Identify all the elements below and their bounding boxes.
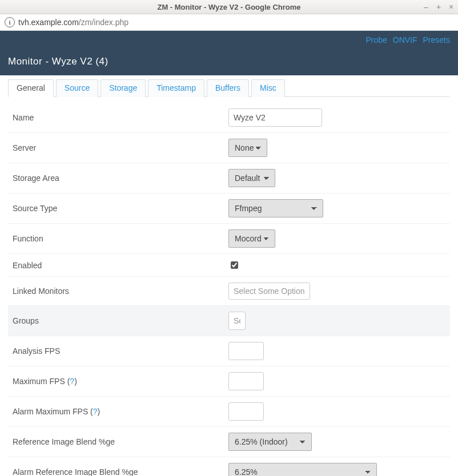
tab-timestamp[interactable]: Timestamp [148,79,204,97]
select-ref-blend[interactable]: 6.25% (Indoor) [228,433,312,451]
window-controls: – + × [423,0,455,14]
window-title: ZM - Monitor - Wyze V2 - Google Chrome [157,3,300,11]
input-groups[interactable] [228,312,246,330]
link-onvif[interactable]: ONVIF [393,35,417,45]
link-probe[interactable]: Probe [365,35,387,45]
row-name: Name [8,103,450,133]
tab-buffers[interactable]: Buffers [207,79,249,97]
label-name: Name [13,112,228,123]
url-host: tvh.example.com [18,18,79,27]
row-alarm-ref-blend: Alarm Reference Image Blend %ge 6.25% [8,457,450,476]
checkbox-enabled[interactable] [231,261,238,269]
label-groups: Groups [13,316,228,326]
label-max-fps-text: Maximum FPS ( [13,377,70,386]
page-viewport: Probe ONVIF Presets Monitor - Wyze V2 (4… [0,31,458,476]
row-storage-area: Storage Area Default [8,163,450,193]
window-minimize-button[interactable]: – [423,0,429,14]
tab-source[interactable]: Source [56,79,98,97]
label-max-fps-close: ) [74,377,77,386]
row-server: Server None [8,133,450,163]
row-max-fps: Maximum FPS (?) [8,366,450,397]
label-enabled: Enabled [13,260,228,271]
row-enabled: Enabled [8,254,450,277]
content-area: General Source Storage Timestamp Buffers… [0,75,458,476]
label-analysis-fps: Analysis FPS [13,346,228,356]
tab-general[interactable]: General [8,79,54,97]
row-groups: Groups [8,306,450,336]
monitor-form: Name Server None Storage Area [8,103,450,476]
monitor-title-text: Monitor - Wyze V2 (4) [8,56,109,67]
input-analysis-fps[interactable] [228,342,264,360]
select-source-type[interactable]: Ffmpeg [228,199,323,217]
window-close-button[interactable]: × [448,0,455,14]
select-server[interactable]: None [228,139,267,157]
tab-bar: General Source Storage Timestamp Buffers… [8,79,450,97]
label-alarm-ref-blend: Alarm Reference Image Blend %ge [13,467,228,476]
tab-storage[interactable]: Storage [101,79,146,97]
input-alarm-max-fps[interactable] [228,402,264,421]
row-source-type: Source Type Ffmpeg [8,193,450,224]
input-name[interactable] [228,108,322,127]
row-linked-monitors: Linked Monitors Select Some Option [8,277,450,306]
label-alarm-max-fps-text: Alarm Maximum FPS ( [13,407,93,416]
label-alarm-max-fps: Alarm Maximum FPS (?) [13,406,228,417]
row-ref-blend: Reference Image Blend %ge 6.25% (Indoor) [8,427,450,457]
label-server: Server [13,143,228,153]
select-alarm-ref-blend[interactable]: 6.25% [228,463,377,476]
label-linked-monitors: Linked Monitors [13,286,228,296]
row-function: Function Mocord [8,224,450,254]
help-max-fps[interactable]: ? [70,377,74,386]
select-linked-monitors[interactable]: Select Some Option [228,283,310,300]
row-analysis-fps: Analysis FPS [8,336,450,366]
header-band: Probe ONVIF Presets [0,31,458,56]
help-alarm-max-fps[interactable]: ? [93,407,98,416]
header-links: Probe ONVIF Presets [365,35,450,45]
link-presets[interactable]: Presets [423,35,450,45]
window-maximize-button[interactable]: + [435,0,442,14]
page-url: tvh.example.com/zm/index.php [18,18,128,27]
select-storage-area[interactable]: Default [228,169,275,187]
browser-address-bar[interactable]: i tvh.example.com/zm/index.php [0,14,458,31]
label-function: Function [13,233,228,244]
label-ref-blend: Reference Image Blend %ge [13,437,228,447]
browser-window: ZM - Monitor - Wyze V2 - Google Chrome –… [0,0,458,476]
window-titlebar: ZM - Monitor - Wyze V2 - Google Chrome –… [0,0,458,14]
page-title: Monitor - Wyze V2 (4) [0,56,458,75]
label-source-type: Source Type [13,203,228,213]
url-path: /zm/index.php [79,18,128,27]
select-function[interactable]: Mocord [228,229,275,248]
label-max-fps: Maximum FPS (?) [13,376,228,386]
row-alarm-max-fps: Alarm Maximum FPS (?) [8,397,450,427]
input-max-fps[interactable] [228,372,264,390]
site-info-icon[interactable]: i [5,17,15,27]
label-storage-area: Storage Area [13,173,228,183]
tab-misc[interactable]: Misc [251,79,285,97]
label-alarm-max-fps-close: ) [98,407,101,416]
